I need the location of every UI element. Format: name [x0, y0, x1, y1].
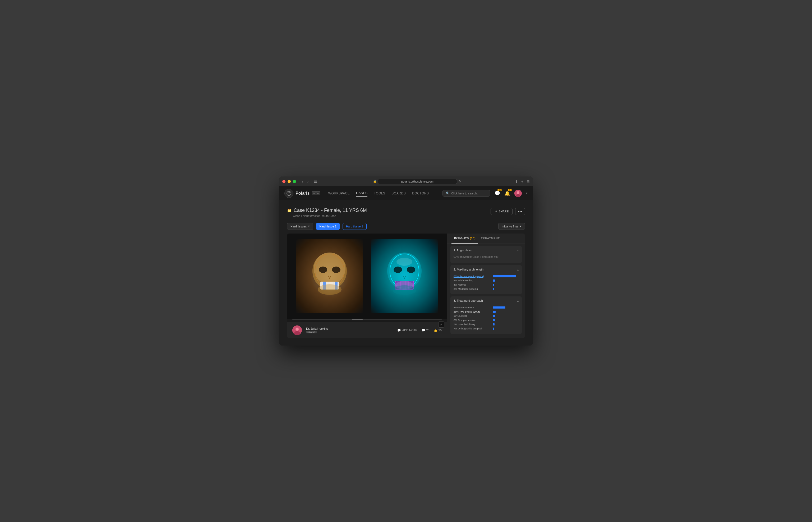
case-title-area: 📁 Case K1234 - Female, 11 YRS 6M Class I…: [287, 208, 367, 217]
search-placeholder: Click here to search...: [451, 192, 479, 195]
svg-point-19: [318, 284, 342, 295]
bar-row: 7% Interdisciplinary: [453, 323, 519, 326]
comments-button[interactable]: 💬 23: [422, 329, 429, 332]
grid-icon[interactable]: ⊞: [526, 179, 530, 184]
doctor-name: Dr. Julia Hopkins: [306, 327, 328, 330]
bar-label: 10% Limited: [453, 314, 490, 317]
nav-tools[interactable]: TOOLS: [374, 190, 385, 196]
doctor-avatar: [292, 325, 302, 335]
bar-row: 8% Mild crowding: [453, 279, 519, 282]
chevron-down-icon: ▾: [308, 224, 310, 228]
chevron-down-icon: ▾: [517, 249, 519, 252]
chevron-up-icon: ▴: [517, 268, 519, 271]
browser-titlebar: ‹ › 🔒 polaris.orthoscience.com ↻ ⬆ + ⊞: [279, 177, 533, 186]
share-button[interactable]: ↗ SHARE: [490, 208, 513, 215]
savant-badge: SAVANT: [306, 331, 317, 334]
compare-dropdown[interactable]: Initial vs final ▾: [498, 223, 525, 230]
bar-fill: [493, 323, 495, 325]
expand-button[interactable]: ⤢: [438, 321, 444, 327]
bar-label: 8% Mild crowding: [453, 279, 490, 282]
insight-header-treatment[interactable]: 3. Treatment approach ▴: [450, 296, 522, 305]
bar-label: 7% Orthognathic surgical: [453, 327, 490, 330]
bar-row: 3% Moderate spacing: [453, 287, 519, 290]
bar-label: 4% Normal: [453, 283, 490, 286]
svg-point-23: [393, 266, 402, 273]
insights-tabs: INSIGHTS (10) TREATMENT: [447, 234, 525, 244]
new-tab-icon[interactable]: +: [521, 179, 523, 184]
app-nav: WORKSPACE CASES TOOLS BOARDS DOCTORS: [328, 190, 429, 197]
image-panel: ⤢ Dr. Julia Hopkins SAVANT: [287, 234, 447, 338]
insight-header-angle[interactable]: 1. Angle class ▾: [450, 246, 522, 255]
skull-images: [287, 234, 447, 319]
more-options-button[interactable]: •••: [515, 208, 525, 215]
bar-label: 8% Comprehensive: [453, 319, 490, 321]
minimize-button[interactable]: [288, 180, 291, 183]
bar-track: [493, 311, 519, 313]
share-icon[interactable]: ⬆: [515, 179, 518, 184]
tissue-type-dropdown[interactable]: Hard tissues ▾: [287, 223, 313, 230]
back-button[interactable]: ‹: [301, 179, 304, 184]
bar-label: 3% Moderate spacing: [453, 287, 490, 290]
tab-insights[interactable]: INSIGHTS (10): [451, 234, 478, 244]
user-avatar[interactable]: [515, 190, 522, 197]
image-scrollbar[interactable]: [292, 319, 442, 320]
messages-button[interactable]: 💬 23: [494, 190, 500, 196]
url-display[interactable]: polaris.orthoscience.com: [378, 179, 457, 184]
doctor-info: Dr. Julia Hopkins SAVANT: [306, 327, 328, 334]
bar-row: 11% Two-phase (your): [453, 310, 519, 313]
bar-fill: [493, 280, 495, 282]
header-right: 🔍 Click here to search... 💬 23 🔔 9 ▾: [443, 190, 527, 197]
tab2-button[interactable]: Hard tissue 1: [343, 223, 367, 230]
nav-boards[interactable]: BOARDS: [391, 190, 406, 196]
tab1-button[interactable]: Hard tissue 1: [316, 223, 340, 230]
insights-body: 1. Angle class ▾ 97% answered: Class II …: [447, 244, 525, 338]
case-header: 📁 Case K1234 - Female, 11 YRS 6M Class I…: [287, 208, 525, 217]
close-button[interactable]: [282, 180, 286, 183]
nav-workspace[interactable]: WORKSPACE: [328, 190, 350, 196]
folder-icon: 📁: [287, 208, 292, 213]
bar-row: 8% Comprehensive: [453, 319, 519, 321]
svg-point-24: [407, 266, 415, 273]
address-bar[interactable]: 🔒 polaris.orthoscience.com ↻: [326, 179, 507, 184]
svg-point-3: [517, 191, 519, 194]
logo-icon: [285, 189, 293, 198]
case-title: 📁 Case K1234 - Female, 11 YRS 6M: [287, 208, 367, 213]
comment-icon: 💬: [422, 329, 425, 332]
forward-button[interactable]: ›: [306, 179, 310, 184]
svg-point-21: [389, 253, 420, 284]
insight-header-maxillary[interactable]: 2. Maxillary arch length ▴: [450, 265, 522, 274]
notifications-button[interactable]: 🔔 9: [504, 190, 510, 196]
insight-content-angle: 97% answered: Class II (including you): [450, 255, 522, 263]
bar-fill: [493, 288, 494, 290]
svg-point-37: [295, 327, 299, 331]
bar-row: 48% No treatment: [453, 306, 519, 309]
svg-point-8: [319, 266, 327, 273]
bar-fill: [493, 327, 494, 330]
add-note-button[interactable]: 💬 ADD NOTE: [397, 329, 418, 332]
bar-label: 48% No treatment: [453, 306, 490, 309]
nav-cases[interactable]: CASES: [356, 190, 367, 197]
app-name: Polaris: [295, 191, 310, 196]
thumbs-up-icon: 👍: [434, 329, 438, 332]
search-bar[interactable]: 🔍 Click here to search...: [443, 190, 490, 197]
maximize-button[interactable]: [293, 180, 296, 183]
bar-label[interactable]: 88% Severe spacing (your): [453, 275, 490, 278]
bar-fill: [493, 319, 495, 321]
svg-point-6: [314, 253, 346, 284]
bar-track: [493, 319, 519, 321]
insight-section-treatment: 3. Treatment approach ▴ 48% No treatment: [450, 296, 522, 334]
logo-area: Polaris BETA: [285, 189, 321, 198]
user-menu-chevron[interactable]: ▾: [526, 192, 527, 195]
reload-icon[interactable]: ↻: [459, 180, 461, 183]
browser-nav: ‹ ›: [301, 179, 310, 184]
bar-track: [493, 323, 519, 325]
bar-row: 88% Severe spacing (your): [453, 275, 519, 278]
case-subtitle: Class I Nonextraction Youth Case: [293, 214, 367, 217]
bottom-actions: 💬 ADD NOTE 💬 23 👍 25: [397, 329, 442, 332]
content-area: ⤢ Dr. Julia Hopkins SAVANT: [287, 234, 525, 338]
likes-button[interactable]: 👍 25: [434, 329, 442, 332]
insight-content-treatment: 48% No treatment 11% Two-phase (your): [450, 305, 522, 334]
sidebar-toggle[interactable]: [312, 179, 319, 184]
tab-treatment[interactable]: TREATMENT: [478, 234, 502, 244]
nav-doctors[interactable]: DOCTORS: [412, 190, 429, 196]
